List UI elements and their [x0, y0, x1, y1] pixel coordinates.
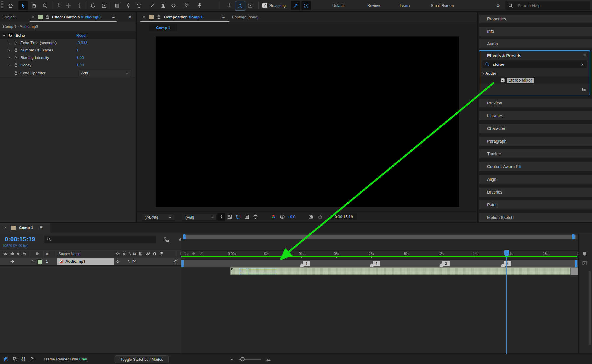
work-area-bar[interactable] — [182, 234, 578, 239]
panel-menu-icon[interactable]: ≡ — [40, 225, 42, 230]
channel-button[interactable] — [271, 214, 276, 220]
graph-editor-toggle-icon[interactable] — [582, 260, 587, 266]
effects-group-row[interactable]: Audio — [479, 70, 590, 76]
clear-search-icon[interactable]: × — [581, 62, 584, 67]
layer-label-chip[interactable] — [37, 259, 42, 264]
snapshot-button[interactable] — [308, 214, 314, 220]
timeline-tab[interactable]: × Comp 1 ≡ — [0, 223, 50, 233]
panel-header-content-aware-fill[interactable]: Content-Aware Fill — [479, 162, 592, 171]
panel-header-character[interactable]: Character — [479, 124, 592, 133]
brush-tool[interactable] — [147, 1, 157, 10]
tab-close-icon[interactable]: × — [143, 15, 145, 19]
work-area-start-handle[interactable] — [183, 234, 186, 239]
live-update-icon[interactable] — [4, 357, 9, 362]
region-of-interest-button[interactable] — [235, 214, 241, 220]
roto-brush-tool[interactable] — [182, 1, 191, 10]
hand-tool[interactable] — [29, 1, 39, 10]
local-axis-mode[interactable] — [225, 1, 234, 10]
audio-speaker-icon[interactable] — [9, 251, 15, 256]
effect-reset-link[interactable]: Reset — [76, 33, 86, 38]
effect-header-row[interactable]: fx Echo Reset — [0, 31, 136, 39]
panel-header-paragraph[interactable]: Paragraph — [479, 137, 592, 146]
chevron-right-icon[interactable] — [7, 56, 11, 60]
timeline-search-input[interactable] — [53, 237, 149, 242]
workspace-tab-small-screen[interactable]: Small Screen — [431, 3, 454, 8]
show-snapshot-button[interactable] — [317, 214, 323, 220]
chevron-right-icon[interactable] — [7, 41, 11, 45]
clone-stamp-tool[interactable] — [158, 1, 168, 10]
panel-menu-icon[interactable]: ≡ — [112, 14, 115, 20]
panel-header-properties[interactable]: Properties — [479, 15, 592, 23]
effects-result-label[interactable]: Stereo Mixer — [507, 78, 534, 83]
pan-camera-tool[interactable] — [64, 1, 73, 10]
composition-mini-flowchart-icon[interactable] — [163, 237, 169, 242]
panel-header-paint[interactable]: Paint — [479, 200, 592, 209]
workspace-tab-learn[interactable]: Learn — [400, 3, 410, 8]
expressions-icon[interactable]: { } — [21, 357, 25, 361]
fast-previews-button[interactable] — [217, 213, 225, 221]
rectangle-tool[interactable] — [113, 1, 122, 10]
resolution-dropdown[interactable]: (Full) — [183, 214, 217, 221]
current-time-display[interactable]: 0:00:15:19 — [5, 236, 35, 243]
chevron-right-icon[interactable] — [7, 48, 11, 52]
snap-along-edges-toggle[interactable] — [291, 1, 300, 10]
out-point-handle[interactable] — [575, 260, 577, 267]
help-search-input[interactable] — [517, 3, 586, 8]
panel-header-libraries[interactable]: Libraries — [479, 111, 592, 120]
marker-strip[interactable]: 1 2 3 4 — [181, 260, 578, 267]
stopwatch-icon[interactable] — [14, 41, 18, 45]
quality-icon[interactable] — [127, 259, 131, 264]
composition-viewport[interactable] — [156, 37, 459, 207]
exposure-icon[interactable] — [280, 214, 285, 220]
stopwatch-icon[interactable] — [14, 55, 18, 60]
chevron-right-icon[interactable] — [31, 259, 35, 263]
panel-header-align[interactable]: Align — [479, 175, 592, 184]
preview-time-display[interactable]: 0:00:15:19 — [331, 213, 357, 220]
zoom-slider-knob[interactable] — [240, 357, 245, 361]
playhead-line[interactable] — [506, 258, 507, 362]
time-ruler[interactable]: 0:00s 02s 04s 06s 08s 10s 12s 14s 16s 18… — [181, 250, 578, 259]
exposure-value[interactable]: +0,0 — [288, 215, 296, 219]
property-value[interactable]: -0,033 — [76, 41, 87, 45]
tab-footage[interactable]: Footage (none) — [232, 15, 259, 19]
effects-presets-title[interactable]: Effects & Presets — [487, 53, 521, 58]
label-color-icon[interactable] — [35, 251, 40, 256]
panel-header-tracker[interactable]: Tracker — [479, 149, 592, 158]
workspace-overflow-chevrons[interactable]: » — [497, 3, 500, 8]
panel-header-info[interactable]: Info — [479, 27, 592, 36]
lock-icon[interactable] — [156, 15, 161, 19]
graph-mini-icon[interactable] — [199, 251, 203, 256]
world-axis-mode[interactable] — [235, 1, 245, 11]
home-button[interactable] — [6, 1, 15, 10]
video-eye-icon[interactable] — [3, 251, 8, 256]
marker-bin-icon[interactable] — [582, 251, 588, 257]
pick-whip-icon[interactable]: @ — [173, 259, 177, 264]
work-area-end-handle[interactable] — [572, 234, 575, 239]
property-value[interactable]: 1,00 — [76, 55, 84, 60]
layer-name-selection[interactable]: Audio.mp3 — [57, 258, 114, 265]
tab-project[interactable]: Project — [4, 15, 15, 19]
blur3-mini-icon[interactable] — [191, 251, 196, 256]
panel-header-audio[interactable]: Audio — [479, 39, 592, 48]
snap-to-features-toggle[interactable] — [301, 1, 311, 10]
panel-menu-icon[interactable]: ≡ — [222, 14, 225, 20]
composition-breadcrumb-chip[interactable]: Comp 1 — [149, 24, 177, 31]
column-source-name[interactable]: Source Name — [59, 252, 80, 256]
column-number[interactable]: # — [46, 252, 48, 256]
keyframe-box-large[interactable] — [248, 268, 277, 274]
transparency-grid-button[interactable] — [227, 214, 232, 220]
keyframe-box-small[interactable] — [240, 268, 247, 274]
orbit-camera-tool[interactable] — [54, 1, 63, 10]
in-point-handle[interactable] — [181, 260, 184, 267]
selection-tool[interactable] — [18, 1, 28, 10]
toggle-switches-modes-button[interactable]: Toggle Switches / Modes — [115, 355, 169, 363]
solo-icon[interactable] — [16, 251, 21, 256]
tab-effect-controls[interactable]: Effect Controls Audio.mp3 — [52, 15, 100, 19]
audio-speaker-icon[interactable] — [9, 259, 15, 264]
tab-close-icon[interactable]: × — [32, 15, 34, 19]
property-value[interactable]: 1 — [76, 48, 78, 52]
effects-search-input[interactable] — [492, 62, 573, 67]
stopwatch-icon[interactable] — [14, 71, 18, 75]
layer-in-point-icon[interactable] — [231, 268, 234, 270]
draft-preview-icon[interactable] — [12, 357, 18, 362]
